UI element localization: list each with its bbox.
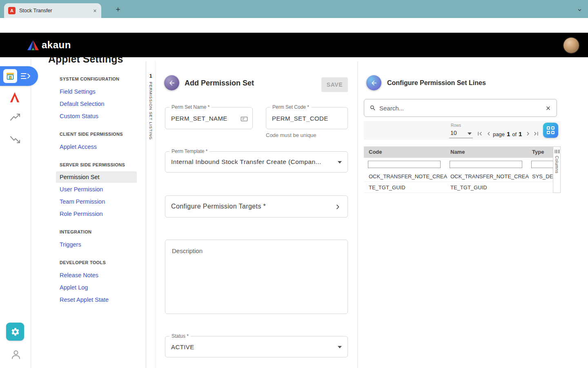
table-header-row: Code Name Type	[364, 146, 553, 158]
vertical-tab-label: PERMISSION SET LISTING	[149, 82, 153, 140]
status-select[interactable]: Status * ACTIVE	[165, 336, 348, 357]
header-type: Type	[532, 146, 544, 158]
targets-label: Configure Permission Targets *	[171, 203, 266, 210]
description-textarea[interactable]: Description	[165, 240, 348, 314]
next-page-icon[interactable]	[524, 130, 532, 137]
applet-launcher-pill[interactable]	[0, 66, 38, 86]
sidebar-item-triggers[interactable]: Triggers	[60, 238, 143, 251]
perm-template-value: Internal Inbound Stock Transfer Create (…	[171, 158, 321, 166]
dropdown-caret-icon	[338, 346, 342, 348]
grid-view-button[interactable]	[543, 123, 558, 138]
first-page-icon[interactable]	[476, 130, 483, 137]
pdf-export-icon[interactable]	[8, 91, 21, 104]
section-developer-tools: DEVELOPER TOOLS	[60, 260, 143, 265]
search-input[interactable]	[379, 105, 542, 112]
dropdown-caret-icon	[338, 161, 342, 164]
akaun-logo-text: akaun	[42, 39, 71, 51]
sidebar-item-default-selection[interactable]: Default Selection	[60, 98, 143, 110]
perm-set-name-label: Perm Set Name *	[169, 104, 212, 110]
rows-per-page-select[interactable]: 10	[449, 128, 473, 138]
perm-template-label: Perm Template *	[169, 148, 209, 154]
form-title: Add Permission Set	[185, 79, 254, 88]
perm-set-name-value: PERM_SET_NAME	[171, 115, 227, 122]
trend-up-icon[interactable]	[9, 112, 22, 122]
arrow-left-icon	[370, 79, 378, 87]
stock-transfer-applet-icon	[3, 69, 17, 83]
description-label: Description	[172, 247, 203, 254]
sidebar-item-team-permission[interactable]: Team Permission	[60, 195, 143, 208]
sidebar-item-applet-access[interactable]: Applet Access	[60, 141, 143, 153]
permission-lines-table: Code Name Type OCK_TRANSFER_NOTE_CREA OC…	[364, 146, 553, 193]
browser-tab[interactable]: A Stock Transfer	[4, 3, 101, 18]
lines-back-button[interactable]	[366, 75, 381, 90]
settings-gear-button[interactable]	[6, 323, 24, 341]
user-avatar-photo[interactable]	[564, 38, 579, 53]
columns-panel-toggle[interactable]: Columns	[553, 146, 561, 193]
cell-name: TE_TGT_GUID	[450, 182, 487, 193]
perm-set-code-value: PERM_SET_CODE	[272, 115, 328, 122]
form-back-button[interactable]	[164, 75, 179, 90]
person-icon[interactable]	[10, 349, 22, 360]
filter-type-input[interactable]	[531, 161, 553, 168]
sidebar-item-release-notes[interactable]: Release Notes	[60, 269, 143, 281]
perm-set-code-field[interactable]: Perm Set Code * PERM_SET_CODE	[266, 107, 348, 129]
perm-template-select[interactable]: Perm Template * Internal Inbound Stock T…	[165, 151, 348, 173]
chevron-right-icon	[334, 204, 341, 210]
grid-icon	[547, 126, 555, 134]
search-icon	[370, 105, 376, 111]
filter-code-input[interactable]	[368, 161, 441, 168]
previous-page-icon[interactable]	[485, 130, 492, 137]
perm-set-code-label: Perm Set Code *	[270, 104, 311, 110]
drag-grip-icon	[555, 150, 559, 153]
rows-per-page-value: 10	[450, 130, 457, 136]
text-field-icon	[241, 115, 248, 123]
table-row[interactable]: TE_TGT_GUID TE_TGT_GUID	[364, 182, 553, 193]
browser-tabstrip: A Stock Transfer	[0, 0, 588, 18]
sidebar-item-reset-applet-state[interactable]: Reset Applet State	[60, 294, 143, 306]
sidebar-item-permission-set[interactable]: Permission Set	[56, 171, 137, 183]
rail-divider	[31, 57, 31, 368]
last-page-icon[interactable]	[532, 130, 540, 137]
status-label: Status *	[169, 333, 191, 339]
filter-name-input[interactable]	[450, 161, 522, 168]
header-name: Name	[450, 146, 465, 158]
perm-set-name-field[interactable]: Perm Set Name * PERM_SET_NAME	[165, 107, 253, 129]
status-value: ACTIVE	[171, 343, 194, 350]
trend-down-icon[interactable]	[9, 135, 22, 144]
configure-permission-targets-button[interactable]: Configure Permission Targets *	[165, 195, 348, 218]
cell-code: TE_TGT_GUID	[369, 182, 405, 193]
arrow-left-icon	[168, 79, 176, 87]
rows-per-page-label: Rows	[451, 123, 461, 128]
sidebar-item-user-permission[interactable]: User Permission	[60, 183, 143, 195]
table-filter-row	[364, 158, 553, 171]
header-code: Code	[369, 146, 382, 158]
sidebar-item-applet-log[interactable]: Applet Log	[60, 281, 143, 294]
cell-code: OCK_TRANSFER_NOTE_CREA	[369, 171, 447, 182]
menu-open-icon	[20, 72, 31, 81]
lines-search-box	[364, 99, 557, 117]
panel-divider	[357, 61, 358, 368]
tab-list-chevron-icon[interactable]	[576, 6, 583, 13]
akaun-logo[interactable]: akaun	[27, 39, 71, 51]
new-tab-button[interactable]	[114, 6, 122, 13]
vertical-tab-permission-set-listing[interactable]: 1 PERMISSION SET LISTING	[146, 61, 156, 368]
page-indicator: page1of1	[493, 130, 522, 137]
section-server-side-permissions: SERVER SIDE PERMISSIONS	[60, 162, 143, 168]
save-button[interactable]: SAVE	[321, 77, 348, 92]
section-integration: INTEGRATION	[60, 229, 143, 235]
code-helper-text: Code must be unique	[266, 132, 316, 138]
section-client-side-permissions: CLIENT SIDE PERMISSIONS	[60, 131, 143, 137]
app-header	[0, 33, 588, 57]
table-row[interactable]: OCK_TRANSFER_NOTE_CREA OCK_TRANSFER_NOTE…	[364, 171, 553, 182]
tab-title: Stock Transfer	[19, 8, 89, 13]
sidebar-item-role-permission[interactable]: Role Permission	[60, 208, 143, 220]
clear-search-icon[interactable]	[545, 105, 551, 111]
cell-type: SYS_DEF	[532, 171, 553, 182]
sidebar-item-custom-status[interactable]: Custom Status	[60, 110, 143, 122]
vertical-tab-number: 1	[149, 73, 152, 79]
lines-panel-title: Configure Permission Set Lines	[387, 79, 486, 87]
gear-icon	[11, 327, 20, 337]
tab-close-icon[interactable]	[93, 9, 97, 13]
settings-sidebar: SYSTEM CONFIGURATION Field Settings Defa…	[60, 76, 143, 306]
sidebar-item-field-settings[interactable]: Field Settings	[60, 85, 143, 98]
